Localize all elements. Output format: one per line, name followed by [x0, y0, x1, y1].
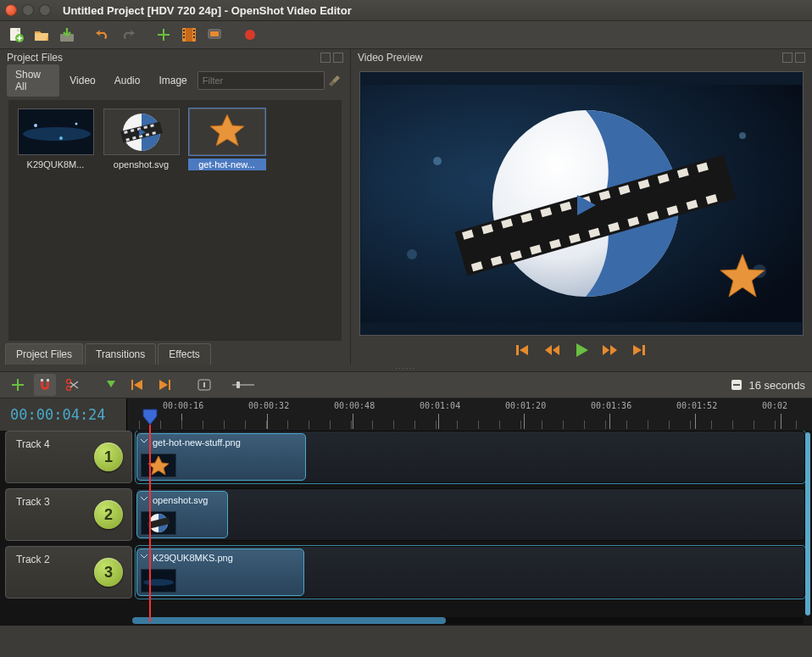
- playhead[interactable]: [149, 410, 151, 622]
- track-header[interactable]: Track 23: [5, 546, 132, 599]
- import-files-button[interactable]: [153, 24, 175, 46]
- plus-icon: [157, 28, 170, 42]
- zoom-indicator-icon: [731, 379, 742, 391]
- jump-start-button[interactable]: [515, 342, 532, 359]
- jump-end-button[interactable]: [631, 342, 648, 359]
- marker-button[interactable]: [100, 374, 122, 396]
- svg-point-18: [59, 136, 63, 140]
- skip-end-icon: [631, 343, 647, 357]
- horizontal-splitter[interactable]: ······: [0, 365, 812, 371]
- timeline-vertical-scrollbar[interactable]: [805, 432, 810, 615]
- track-name: Track 3: [16, 496, 50, 508]
- svg-point-13: [245, 30, 255, 40]
- clip-thumbnail: [141, 454, 176, 477]
- filter-audio-button[interactable]: Audio: [106, 70, 149, 91]
- window-maximize-button[interactable]: [39, 4, 51, 16]
- clip-label: openshot.svg: [153, 495, 208, 505]
- new-project-button[interactable]: [5, 24, 27, 46]
- panel-close-button[interactable]: [333, 53, 343, 63]
- ruler-label: 00:01:20: [505, 401, 546, 410]
- screen-icon: [208, 28, 221, 42]
- timeline-clip[interactable]: K29QUK8MKS.png: [136, 548, 304, 596]
- svg-rect-70: [131, 380, 133, 390]
- project-file-thumbnail: [18, 109, 94, 155]
- magnet-icon: [39, 378, 51, 392]
- scrollbar-thumb[interactable]: [132, 617, 446, 624]
- window-minimize-button[interactable]: [22, 4, 34, 16]
- track-lane[interactable]: get-hot-new-stuff.png: [136, 431, 805, 483]
- svg-rect-12: [210, 31, 219, 36]
- panel-close-button[interactable]: [795, 53, 805, 63]
- project-file-item[interactable]: get-hot-new...: [186, 107, 267, 172]
- clear-filter-button[interactable]: [326, 71, 343, 90]
- scissors-icon: [65, 378, 79, 392]
- main-toolbar: [0, 21, 812, 49]
- filter-show-all-button[interactable]: Show All: [7, 64, 59, 97]
- rewind-button[interactable]: [544, 342, 561, 359]
- svg-point-34: [407, 249, 417, 259]
- prev-marker-button[interactable]: [127, 374, 149, 396]
- track-lane[interactable]: openshot.svg: [136, 488, 805, 541]
- razor-button[interactable]: [61, 374, 83, 396]
- svg-point-33: [739, 132, 746, 139]
- project-file-thumbnail: [103, 109, 180, 155]
- track-lane[interactable]: K29QUK8MKS.png: [136, 546, 805, 599]
- profile-button[interactable]: [178, 24, 200, 46]
- next-marker-button[interactable]: [154, 374, 176, 396]
- fast-forward-button[interactable]: [602, 342, 619, 359]
- export-button[interactable]: [239, 24, 261, 46]
- zoom-label: 16 seconds: [749, 379, 806, 392]
- panel-float-button[interactable]: [320, 53, 331, 63]
- save-project-button[interactable]: [56, 24, 78, 46]
- ruler-label: 00:01:36: [591, 401, 631, 410]
- window-titlebar: Untitled Project [HDV 720 24p] - OpenSho…: [0, 0, 812, 21]
- track-header[interactable]: Track 32: [5, 488, 132, 541]
- prev-marker-icon: [131, 379, 145, 391]
- track-header[interactable]: Track 41: [5, 431, 132, 483]
- svg-rect-65: [642, 345, 645, 355]
- fullscreen-button[interactable]: [203, 24, 225, 46]
- undo-button[interactable]: [92, 24, 114, 46]
- window-close-button[interactable]: [5, 4, 17, 16]
- svg-point-15: [23, 127, 91, 141]
- filter-video-button[interactable]: Video: [61, 70, 103, 91]
- filter-image-button[interactable]: Image: [150, 70, 195, 91]
- zoom-slider[interactable]: [232, 374, 254, 396]
- project-files-header: Project Files: [0, 49, 350, 66]
- ruler-label: 00:00:16: [163, 401, 203, 410]
- video-preview-header: Video Preview: [351, 49, 812, 66]
- svg-point-16: [34, 124, 37, 127]
- svg-rect-64: [516, 345, 519, 355]
- track-name: Track 4: [16, 438, 50, 450]
- center-playhead-button[interactable]: [193, 374, 215, 396]
- svg-rect-73: [232, 384, 254, 386]
- project-file-item[interactable]: K29QUK8M...: [15, 107, 96, 172]
- plus-icon: [12, 379, 24, 391]
- playhead-marker-icon: [142, 409, 158, 426]
- svg-rect-9: [193, 33, 195, 35]
- panel-float-button[interactable]: [782, 53, 793, 63]
- timeline-clip[interactable]: get-hot-new-stuff.png: [136, 433, 306, 481]
- project-file-label: K29QUK8M...: [17, 159, 95, 170]
- project-file-item[interactable]: openshot.svg: [101, 107, 181, 172]
- tab-transitions[interactable]: Transitions: [85, 343, 156, 365]
- add-track-button[interactable]: [7, 374, 29, 396]
- snapping-button[interactable]: [34, 374, 56, 396]
- svg-rect-6: [183, 33, 185, 35]
- open-project-button[interactable]: [31, 24, 53, 46]
- fast-forward-icon: [603, 344, 618, 356]
- chevron-down-icon: [141, 495, 147, 502]
- ruler-label: 00:00:32: [248, 401, 289, 410]
- track-row: Track 32openshot.svg: [0, 488, 812, 541]
- tab-effects[interactable]: Effects: [158, 343, 210, 365]
- timeline-ruler[interactable]: 00:00:1600:00:3200:00:4800:01:0400:01:20…: [127, 398, 812, 431]
- timeline-horizontal-scrollbar[interactable]: [132, 617, 804, 624]
- clip-label: get-hot-new-stuff.png: [153, 437, 241, 448]
- project-files-grid[interactable]: K29QUK8M... openshot.svg get-hot-new...: [8, 100, 342, 341]
- tab-project-files[interactable]: Project Files: [5, 343, 83, 365]
- play-button[interactable]: [573, 342, 590, 359]
- filter-input[interactable]: [197, 71, 325, 90]
- svg-point-80: [143, 579, 174, 586]
- redo-button[interactable]: [117, 24, 139, 46]
- video-preview-viewport[interactable]: [359, 71, 804, 336]
